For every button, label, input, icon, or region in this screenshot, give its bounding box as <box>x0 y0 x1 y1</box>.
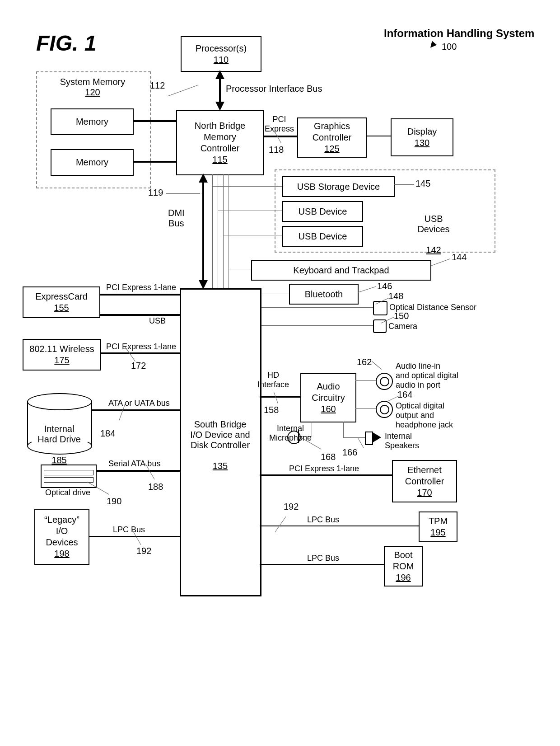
bus-lpc-label-1: LPC Bus <box>113 525 145 535</box>
conn <box>355 408 376 409</box>
bus-pci1-label-1: PCI Express 1-lane <box>106 283 176 292</box>
conn <box>92 409 180 411</box>
block-ethernet: Ethernet Controller 170 <box>392 460 457 502</box>
block-kbd-trackpad: Keyboard and Trackpad <box>251 260 431 281</box>
arrow-down <box>199 280 208 289</box>
block-usb-device-1: USB Device <box>282 201 363 222</box>
bus-pci1-label-3: PCI Express 1-lane <box>289 464 359 474</box>
conn <box>229 174 229 288</box>
linein-label: Audio line-in and optical digital audio … <box>396 361 458 390</box>
sysmem-title: System Memory 120 <box>59 77 126 98</box>
leader-arrow <box>428 41 437 50</box>
leader <box>275 516 286 532</box>
intspk-label: Internal Speakers <box>385 432 419 450</box>
diagram-stage: FIG. 1 Information Handling System 100 P… <box>0 0 560 746</box>
ref-148: 148 <box>388 291 403 301</box>
bus-hd <box>260 396 300 398</box>
block-graphics: Graphics Controller 125 <box>297 117 367 158</box>
conn <box>133 120 176 122</box>
figure-label: FIG. 1 <box>36 31 96 56</box>
conn <box>223 235 282 235</box>
block-bootrom: Boot ROM 196 <box>384 546 423 586</box>
optout-icon <box>376 401 393 418</box>
bus-hd-label: HD Interface <box>257 371 289 389</box>
conn <box>260 525 419 526</box>
conn <box>89 536 180 537</box>
northbridge-ref: 115 <box>212 154 227 165</box>
hdd-label: Internal Hard Drive 185 <box>34 413 84 465</box>
display-ref: 130 <box>415 137 429 149</box>
ref-118: 118 <box>269 145 284 155</box>
bus-ata-label: ATA or UATA bus <box>108 399 170 408</box>
conn <box>312 422 312 436</box>
block-expresscard: ExpressCard 155 <box>23 286 100 318</box>
bus-dmi <box>202 174 204 287</box>
diagram-title: Information Handling System <box>384 27 534 40</box>
block-tpm: TPM 195 <box>419 511 457 542</box>
conn <box>366 136 391 136</box>
bus-sata-label: Serial ATA bus <box>108 459 160 469</box>
arrow-down <box>215 102 224 111</box>
ref-146: 146 <box>377 281 392 291</box>
optical-drive-icon <box>41 464 97 488</box>
display-label: Display <box>407 126 437 137</box>
ref-168: 168 <box>321 452 336 462</box>
arrow-up <box>199 174 208 183</box>
leader <box>87 482 109 494</box>
ref-188: 188 <box>148 482 163 492</box>
conn <box>218 211 282 211</box>
block-memory-1: Memory <box>51 108 134 135</box>
bus-lpc-label-2: LPC Bus <box>307 515 339 525</box>
block-processors: Processor(s) 110 <box>181 36 261 72</box>
bus-proc-label: Processor Interface Bus <box>226 84 322 94</box>
block-usb-storage: USB Storage Device <box>282 176 395 197</box>
leader <box>394 184 414 185</box>
northbridge-label: North Bridge Memory Controller <box>195 120 245 154</box>
conn <box>355 380 376 381</box>
conn <box>343 437 366 438</box>
ref-164: 164 <box>397 389 412 400</box>
block-usb-device-2: USB Device <box>282 226 363 247</box>
bus-pci1-label-2: PCI Express 1-lane <box>106 342 176 352</box>
conn <box>99 314 190 316</box>
bus-pciexpress-label: PCI Express <box>265 115 294 134</box>
block-northbridge: North Bridge Memory Controller 115 <box>176 110 264 175</box>
conn <box>223 174 224 288</box>
ref-190: 190 <box>107 496 121 507</box>
optdrive-label: Optical drive <box>45 488 90 497</box>
block-memory-2: Memory <box>51 149 134 176</box>
block-display: Display 130 <box>391 118 453 156</box>
camera-label: Camera <box>388 322 417 331</box>
block-legacy: “Legacy” I/O Devices 198 <box>34 509 89 565</box>
graphics-ref: 125 <box>324 143 339 155</box>
leader <box>358 438 364 448</box>
processors-ref: 110 <box>214 54 229 66</box>
leader <box>431 258 450 266</box>
bus-usb-label: USB <box>149 316 166 326</box>
ref-145: 145 <box>415 178 430 189</box>
ref-112: 112 <box>150 80 165 91</box>
conn <box>99 294 190 296</box>
conn <box>260 564 384 565</box>
block-bluetooth: Bluetooth <box>289 284 359 305</box>
graphics-label: Graphics Controller <box>313 121 352 143</box>
conn <box>100 352 181 354</box>
ref-172: 172 <box>131 361 146 371</box>
ref-150: 150 <box>394 311 409 321</box>
conn <box>229 269 251 269</box>
conn <box>250 307 373 308</box>
bus-lpc-label-3: LPC Bus <box>307 554 339 563</box>
leader <box>358 286 376 293</box>
optout-label: Optical digital output and headphone jac… <box>396 401 453 430</box>
ref-192b: 192 <box>284 502 299 512</box>
conn <box>218 174 218 288</box>
ref-100: 100 <box>442 42 457 52</box>
leader <box>372 361 382 370</box>
leader <box>166 193 200 194</box>
speaker-cone-icon <box>372 432 381 443</box>
block-audio: Audio Circuitry 160 <box>300 373 356 422</box>
conn <box>250 325 373 326</box>
leader <box>168 85 198 96</box>
ref-119: 119 <box>148 188 163 198</box>
conn <box>96 470 180 472</box>
